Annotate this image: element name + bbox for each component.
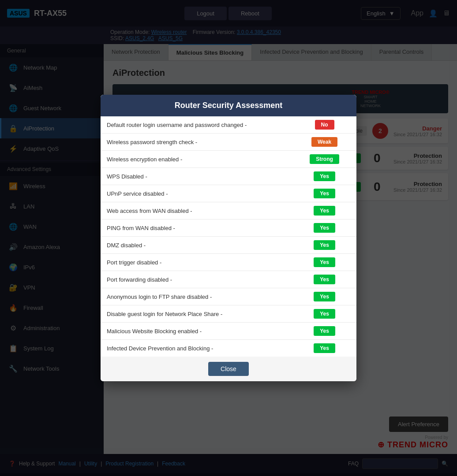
- modal-row-status: Yes: [292, 305, 356, 323]
- modal-table: Default router login username and passwo…: [101, 116, 356, 357]
- modal-row-label: Infected Device Prevention and Blocking …: [101, 340, 292, 357]
- modal-row-label: Disable guest login for Network Place Sh…: [101, 305, 292, 323]
- modal-row-status: Yes: [292, 271, 356, 288]
- status-badge: Yes: [314, 275, 335, 284]
- modal-table-row: Port trigger disabled -Yes: [101, 254, 356, 271]
- modal-row-label: UPnP service disabled -: [101, 185, 292, 202]
- modal-box: Router Security Assessment Default route…: [101, 95, 356, 381]
- status-badge: No: [315, 120, 334, 130]
- modal-table-row: Anonymous login to FTP share disabled -Y…: [101, 288, 356, 305]
- modal-table-row: Malicious Website Blocking enabled -Yes: [101, 323, 356, 340]
- modal-row-label: WPS Disabled -: [101, 168, 292, 185]
- modal-row-status: Yes: [292, 202, 356, 219]
- modal-row-label: Default router login username and passwo…: [101, 116, 292, 134]
- status-badge: Yes: [314, 292, 335, 301]
- modal-table-row: Wireless password strength check -Weak: [101, 134, 356, 151]
- modal-table-row: WPS Disabled -Yes: [101, 168, 356, 185]
- modal-row-status: Yes: [292, 340, 356, 357]
- modal-row-label: Wireless password strength check -: [101, 134, 292, 151]
- modal-table-row: Default router login username and passwo…: [101, 116, 356, 134]
- status-badge: Yes: [314, 223, 335, 233]
- modal-table-row: UPnP service disabled -Yes: [101, 185, 356, 202]
- modal-table-row: Web access from WAN disabled -Yes: [101, 202, 356, 219]
- modal-row-status: Strong: [292, 151, 356, 168]
- modal-row-label: DMZ disabled -: [101, 237, 292, 254]
- modal-row-label: Malicious Website Blocking enabled -: [101, 323, 292, 340]
- status-badge: Weak: [311, 137, 337, 147]
- status-badge: Yes: [314, 171, 335, 181]
- status-badge: Yes: [314, 257, 335, 267]
- modal-row-status: Yes: [292, 288, 356, 305]
- status-badge: Yes: [314, 206, 335, 216]
- modal-table-row: PING from WAN disabled -Yes: [101, 219, 356, 237]
- status-badge: Yes: [314, 189, 335, 198]
- modal-close-button[interactable]: Close: [208, 362, 249, 376]
- status-badge: Yes: [314, 326, 335, 336]
- modal-row-label: Anonymous login to FTP share disabled -: [101, 288, 292, 305]
- modal-table-row: Infected Device Prevention and Blocking …: [101, 340, 356, 357]
- modal-row-status: Yes: [292, 323, 356, 340]
- modal-overlay: Router Security Assessment Default route…: [0, 0, 457, 476]
- modal-table-row: Wireless encryption enabled -Strong: [101, 151, 356, 168]
- status-badge: Strong: [310, 154, 339, 164]
- modal-row-status: No: [292, 116, 356, 134]
- modal-row-status: Yes: [292, 219, 356, 237]
- modal-table-row: Disable guest login for Network Place Sh…: [101, 305, 356, 323]
- modal-table-row: Port forwarding disabled -Yes: [101, 271, 356, 288]
- modal-close-row: Close: [101, 357, 356, 381]
- modal-row-label: Port trigger disabled -: [101, 254, 292, 271]
- modal-row-status: Yes: [292, 168, 356, 185]
- modal-row-label: PING from WAN disabled -: [101, 219, 292, 237]
- status-badge: Yes: [314, 240, 335, 250]
- modal-title: Router Security Assessment: [101, 95, 356, 116]
- modal-row-status: Yes: [292, 185, 356, 202]
- modal-row-status: Yes: [292, 237, 356, 254]
- status-badge: Yes: [314, 309, 335, 319]
- status-badge: Yes: [314, 343, 335, 353]
- modal-row-label: Web access from WAN disabled -: [101, 202, 292, 219]
- modal-row-label: Wireless encryption enabled -: [101, 151, 292, 168]
- modal-table-row: DMZ disabled -Yes: [101, 237, 356, 254]
- modal-row-status: Yes: [292, 254, 356, 271]
- modal-row-label: Port forwarding disabled -: [101, 271, 292, 288]
- modal-row-status: Weak: [292, 134, 356, 151]
